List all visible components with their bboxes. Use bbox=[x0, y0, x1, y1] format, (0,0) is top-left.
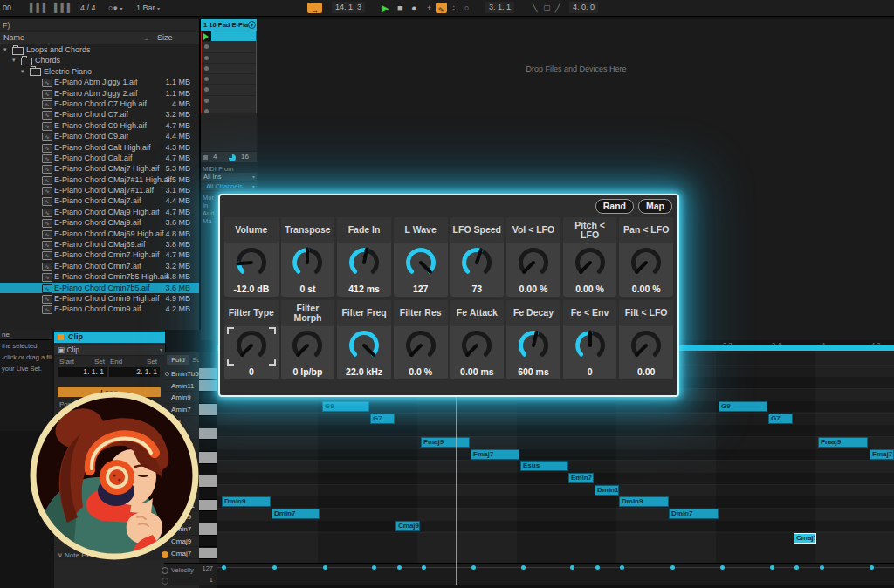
midi-note[interactable]: Dmin9 bbox=[619, 496, 669, 507]
knob-dial-icon[interactable] bbox=[626, 326, 666, 366]
macro-knob-cell[interactable]: Fe Decay600 ms bbox=[506, 300, 560, 379]
midi-note[interactable]: Fmaj7 bbox=[471, 449, 519, 460]
macro-knob[interactable] bbox=[506, 243, 560, 284]
midi-note[interactable]: Dmin11 bbox=[595, 485, 619, 496]
browser-file-row[interactable]: ∿E-Piano Chord CMaj7.aif4.4 MB bbox=[0, 195, 199, 206]
browser-file-row[interactable]: ∿E-Piano Chord CMaj69 High.aif4.8 MB bbox=[0, 229, 199, 239]
knob-dial-icon[interactable] bbox=[513, 243, 554, 284]
new-midi-clip-icon[interactable]: + bbox=[427, 0, 431, 16]
piano-key-white[interactable] bbox=[199, 428, 217, 441]
clip-end-field[interactable]: 2. 1. 1 bbox=[109, 367, 160, 377]
browser-file-row[interactable]: ∿E-Piano Chord C9.aif4.4 MB bbox=[0, 131, 199, 141]
velocity-marker[interactable] bbox=[222, 565, 226, 570]
knob-dial-icon[interactable] bbox=[457, 326, 497, 366]
velocity-marker[interactable] bbox=[570, 565, 574, 570]
browser-file-row[interactable]: ∿E-Piano Chord CMaj9.aif3.6 MB bbox=[0, 217, 199, 228]
play-button[interactable]: ▶ bbox=[382, 0, 389, 16]
macro-knob[interactable] bbox=[281, 326, 335, 366]
piano-key-black[interactable] bbox=[199, 511, 217, 523]
midi-note[interactable]: Cmaj7 bbox=[794, 533, 816, 544]
note-name-row[interactable]: Bmin7b5 bbox=[164, 368, 199, 380]
knob-dial-icon[interactable] bbox=[401, 326, 441, 366]
macro-knob-value[interactable]: -12.0 dB bbox=[224, 284, 279, 297]
piano-key-white[interactable] bbox=[199, 500, 217, 512]
macro-knob[interactable] bbox=[619, 243, 673, 284]
macro-knob[interactable] bbox=[281, 243, 335, 284]
empty-slot-area[interactable] bbox=[201, 113, 257, 151]
macro-knob-cell[interactable]: Filter Morph0 lp/bp bbox=[281, 300, 335, 379]
midi-note[interactable]: Esus bbox=[520, 461, 568, 471]
knob-dial-icon[interactable] bbox=[231, 243, 272, 284]
macro-knob-value[interactable]: 0.00 % bbox=[619, 284, 673, 297]
map-button[interactable]: Map bbox=[638, 199, 672, 214]
clip-slot-empty[interactable] bbox=[202, 85, 256, 95]
macro-knob[interactable] bbox=[563, 243, 617, 284]
browser-file-row[interactable]: ∿E-Piano Chord Calt High.aif4.3 MB bbox=[0, 142, 199, 153]
velocity-marker[interactable] bbox=[770, 565, 774, 570]
browser-file-row[interactable]: ∿E-Piano Chord Cmin7b5 High.aif4.8 MB bbox=[0, 271, 199, 282]
macro-knob-cell[interactable]: Filter Type0 bbox=[224, 300, 279, 379]
macro-knob-value[interactable]: 22.0 kHz bbox=[337, 366, 391, 379]
stop-clips-icon[interactable] bbox=[203, 155, 208, 160]
expand-caret-icon[interactable]: ▾ bbox=[21, 66, 24, 77]
browser-file-row[interactable]: ∿E-Piano Chord Cmin9.aif4.2 MB bbox=[0, 304, 199, 314]
time-signature-field[interactable]: 4 / 4 bbox=[80, 0, 96, 16]
macro-knob-cell[interactable]: LFO Speed73 bbox=[450, 217, 505, 297]
macro-knob-cell[interactable]: Pan < LFO0.00 % bbox=[619, 217, 673, 297]
macro-knob-value[interactable]: 0.00 % bbox=[506, 284, 560, 297]
velocity-marker[interactable] bbox=[372, 565, 376, 570]
clip-play-icon[interactable] bbox=[203, 33, 209, 40]
clip-stop-icon[interactable] bbox=[204, 77, 209, 81]
name-column-header[interactable]: Name bbox=[0, 33, 24, 42]
knob-dial-icon[interactable] bbox=[626, 243, 666, 284]
macro-knob-value[interactable]: 600 ms bbox=[506, 366, 560, 379]
piano-key-white[interactable] bbox=[199, 475, 217, 488]
lane-options-button[interactable] bbox=[162, 567, 168, 574]
midi-note[interactable]: Cmaj9 bbox=[395, 521, 420, 531]
record-button[interactable]: ● bbox=[411, 0, 417, 16]
knob-dial-icon[interactable] bbox=[570, 326, 610, 366]
velocity-marker[interactable] bbox=[720, 565, 725, 570]
clip-tab[interactable]: Clip bbox=[54, 332, 165, 343]
piano-key-black[interactable] bbox=[199, 464, 217, 476]
knob-dial-icon[interactable] bbox=[570, 243, 610, 284]
midi-note[interactable]: G9 bbox=[322, 401, 369, 412]
midi-note[interactable]: Fmaj7 bbox=[870, 449, 894, 460]
loop-length-field[interactable]: 4. 0. 0 bbox=[569, 2, 598, 13]
macro-knob-value[interactable]: 0 st bbox=[281, 284, 335, 297]
rand-button[interactable]: Rand bbox=[595, 199, 634, 214]
velocity-marker[interactable] bbox=[820, 565, 824, 570]
browser-folder-row[interactable]: ▾Electric Piano bbox=[0, 66, 199, 77]
knob-dial-icon[interactable] bbox=[231, 326, 272, 366]
browser-column-header[interactable]: Name ▵ Size bbox=[0, 32, 199, 44]
session-overdub-icon[interactable]: ∷ bbox=[453, 0, 458, 16]
browser-file-row[interactable]: ∿E-Piano Chord Cmin7b5.aif3.6 MB bbox=[0, 283, 199, 293]
velocity-marker[interactable] bbox=[870, 565, 874, 570]
macro-knob-cell[interactable]: Filter Res0.0 % bbox=[394, 300, 448, 379]
clip-stop-icon[interactable] bbox=[204, 66, 209, 71]
browser-file-row[interactable]: ∿E-Piano Chord CMaj69.aif3.8 MB bbox=[0, 239, 199, 250]
metronome-icon[interactable]: ▌▌▌ bbox=[54, 0, 73, 16]
browser-folder-row[interactable]: ▾Chords bbox=[0, 55, 199, 65]
clip-start-field[interactable]: 1. 1. 1 bbox=[58, 367, 107, 377]
clip-stop-icon[interactable] bbox=[204, 87, 209, 92]
macro-knob-cell[interactable]: Transpose0 st bbox=[281, 217, 335, 297]
playing-clip[interactable] bbox=[211, 31, 256, 41]
midi-channel-select[interactable]: All Channels▾ bbox=[201, 182, 257, 191]
velocity-marker[interactable] bbox=[422, 565, 426, 570]
clip-stop-icon[interactable] bbox=[204, 99, 209, 103]
knob-dial-icon[interactable] bbox=[344, 326, 384, 366]
piano-key-white[interactable] bbox=[199, 548, 217, 560]
clip-slot-empty[interactable] bbox=[202, 53, 256, 64]
clip-slot-empty[interactable] bbox=[202, 96, 256, 106]
macro-knob[interactable] bbox=[224, 243, 279, 284]
clip-slot-empty[interactable] bbox=[202, 74, 256, 85]
piano-key-white[interactable] bbox=[199, 523, 217, 536]
macro-knob-cell[interactable]: Fe < Env0 bbox=[563, 300, 617, 379]
midi-note[interactable]: Fmaj9 bbox=[421, 437, 470, 448]
clip-stop-icon[interactable] bbox=[204, 56, 209, 60]
macro-knob-cell[interactable]: Fe Attack0.00 ms bbox=[450, 300, 505, 379]
velocity-marker[interactable] bbox=[794, 565, 799, 570]
macro-knob[interactable] bbox=[394, 243, 448, 284]
midi-input-select[interactable]: All Ins▾ bbox=[201, 173, 257, 181]
